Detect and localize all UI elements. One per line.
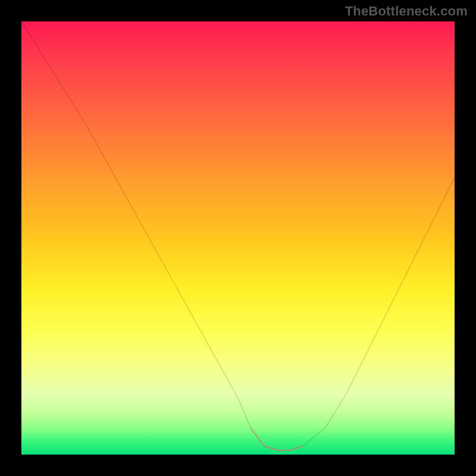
bottleneck-curve (21, 21, 455, 450)
plot-area (21, 21, 455, 455)
chart-frame: TheBottleneck.com (0, 0, 476, 476)
watermark-text: TheBottleneck.com (345, 4, 468, 19)
curve-group (21, 21, 455, 450)
bottleneck-curve-svg (21, 21, 455, 455)
highlight-segment (251, 428, 303, 450)
